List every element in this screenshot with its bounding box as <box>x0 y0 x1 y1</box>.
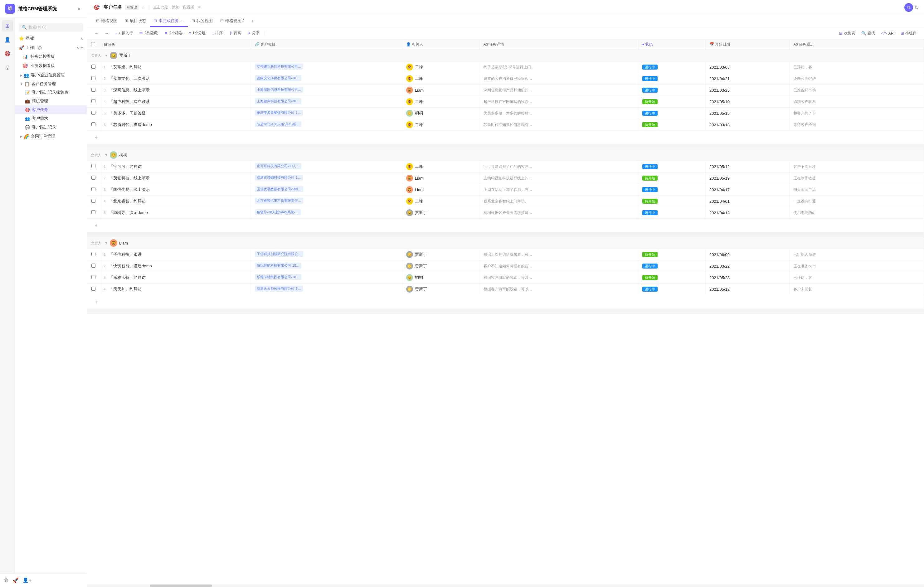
tab-incomplete-tasks[interactable]: ⊞ 未完成任务 … <box>150 16 188 27</box>
row-status-0-5[interactable]: 待开始 <box>638 119 705 131</box>
col-header-progress[interactable]: Aα 任务跟进 <box>790 39 924 50</box>
row-check-0-2[interactable] <box>91 87 96 92</box>
person-add-icon[interactable]: 👤+ <box>23 577 31 583</box>
tab-my-view[interactable]: ⊞ 我的视图 <box>188 16 216 27</box>
col-header-task[interactable]: ⊟ 任务 <box>100 39 251 50</box>
sidebar-mini-contacts[interactable]: 👤 <box>2 34 13 45</box>
add-row-2[interactable]: + <box>87 295 924 309</box>
forward-button[interactable]: → <box>102 30 111 37</box>
row-check-1-4[interactable] <box>91 210 96 214</box>
horizontal-scrollbar[interactable] <box>87 584 924 587</box>
row-check-1-1[interactable] <box>91 176 96 180</box>
col-header-date[interactable]: 📅 开始日期 <box>705 39 789 50</box>
col-header-assignee[interactable]: 👤 相关人 <box>402 39 480 50</box>
insert-row-button[interactable]: + + 插入行 <box>112 29 135 37</box>
select-all-checkbox[interactable] <box>91 42 95 46</box>
api-button[interactable]: </> API <box>879 30 897 37</box>
collect-button[interactable]: ⊟ 收集表 <box>837 29 858 37</box>
group-button[interactable]: ≡ 1个分组 <box>186 29 208 37</box>
row-status-1-2[interactable]: 进行中 <box>638 184 705 196</box>
nav-sub-customer-followup[interactable]: 💬 客户跟进记录 <box>15 123 87 132</box>
tab-project-status[interactable]: ⊞ 项目状态 <box>121 16 150 27</box>
sidebar-collapse-button[interactable]: ⇤ <box>78 6 82 12</box>
search-box[interactable]: 🔍 搜索(⌘ G) <box>19 23 83 32</box>
row-status-0-2[interactable]: 进行中 <box>638 84 705 96</box>
row-checkbox-0-3[interactable] <box>87 96 100 107</box>
row-status-2-2[interactable]: 待开始 <box>638 272 705 284</box>
row-status-1-1[interactable]: 待开始 <box>638 173 705 184</box>
row-check-2-0[interactable] <box>91 252 96 256</box>
row-check-2-3[interactable] <box>91 287 96 291</box>
sort-button[interactable]: ↕ 排序 <box>209 29 225 37</box>
nav-item-biz-dashboard[interactable]: 🎯 业务数据看板 <box>15 61 87 71</box>
add-row-btn-2[interactable]: + <box>91 297 920 307</box>
row-check-2-2[interactable] <box>91 275 96 279</box>
topbar-refresh-icon[interactable]: ↻ <box>914 4 919 11</box>
back-button[interactable]: ← <box>92 30 101 37</box>
row-check-1-3[interactable] <box>91 199 96 203</box>
sidebar-mini-home[interactable]: ⊞ <box>2 20 13 31</box>
row-check-1-0[interactable] <box>91 164 96 168</box>
col-header-detail[interactable]: Aα 任务详情 <box>480 39 638 50</box>
topbar-menu-icon[interactable]: ≡ <box>198 5 201 10</box>
add-row-btn-1[interactable]: + <box>91 221 920 230</box>
customer-info-header[interactable]: ▶ 👥 客户/企业信息管理 <box>15 71 87 79</box>
row-check-1-2[interactable] <box>91 187 96 191</box>
row-status-0-4[interactable]: 进行中 <box>638 107 705 119</box>
row-checkbox-1-1[interactable] <box>87 173 100 184</box>
col-header-project[interactable]: 🔗 客户项目 <box>251 39 403 50</box>
hidden-cols-button[interactable]: 👁 2列隐藏 <box>137 29 160 37</box>
row-checkbox-0-5[interactable] <box>87 119 100 131</box>
row-checkbox-1-4[interactable] <box>87 207 100 219</box>
row-check-0-5[interactable] <box>91 122 96 126</box>
row-status-1-4[interactable]: 进行中 <box>638 207 705 219</box>
sidebar-mini-target[interactable]: 🎯 <box>2 48 13 59</box>
row-status-2-3[interactable]: 进行中 <box>638 284 705 295</box>
row-checkbox-0-0[interactable] <box>87 61 100 73</box>
add-view-button[interactable]: + <box>248 16 256 26</box>
group-collapse-arrow-0[interactable]: ▼ <box>104 54 108 58</box>
starred-header[interactable]: ⭐ 星标 ∧ <box>15 34 87 43</box>
row-status-0-0[interactable]: 进行中 <box>638 61 705 73</box>
row-checkbox-1-0[interactable] <box>87 161 100 173</box>
row-check-0-1[interactable] <box>91 76 96 80</box>
workdir-header[interactable]: 🚀 工作目录 ∧ + <box>15 44 87 52</box>
tab-grid-view-2[interactable]: ⊞ 维格视图 2 <box>216 16 249 27</box>
row-checkbox-1-3[interactable] <box>87 196 100 207</box>
customer-task-header[interactable]: ▼ 📋 客户任务管理 <box>15 80 87 88</box>
row-checkbox-0-2[interactable] <box>87 84 100 96</box>
add-row-btn-0[interactable]: + <box>91 133 920 142</box>
group-collapse-arrow-1[interactable]: ▼ <box>104 153 108 157</box>
nav-sub-followup-form[interactable]: 📝 客户跟进记录收集表 <box>15 88 87 97</box>
trash-icon[interactable]: 🗑 <box>4 578 9 583</box>
nav-sub-opportunity[interactable]: 💼 商机管理 <box>15 97 87 106</box>
row-checkbox-2-2[interactable] <box>87 272 100 284</box>
nav-item-task-dashboard[interactable]: 📊 任务监控看板 <box>15 52 87 61</box>
find-button[interactable]: 🔍 查找 <box>859 29 878 37</box>
row-status-1-3[interactable]: 待开始 <box>638 196 705 207</box>
filter-button[interactable]: ▼ 2个筛选 <box>162 29 185 37</box>
row-checkbox-2-0[interactable] <box>87 249 100 261</box>
workdir-add[interactable]: + <box>81 45 83 51</box>
topbar-star-icon[interactable]: ☆ <box>141 5 145 10</box>
row-checkbox-2-1[interactable] <box>87 261 100 272</box>
contract-group-header[interactable]: ▶ 🌈 合同订单管理 <box>15 132 87 140</box>
nav-sub-customer-demand[interactable]: 👥 客户需求 <box>15 114 87 123</box>
nav-sub-customer-task[interactable]: 🎯 客户任务 <box>15 106 87 114</box>
tab-grid-view[interactable]: ⊞ 维格视图 <box>92 16 121 27</box>
scrollbar-thumb[interactable] <box>150 584 212 587</box>
row-check-2-1[interactable] <box>91 264 96 268</box>
row-status-1-0[interactable]: 进行中 <box>638 161 705 173</box>
row-status-0-3[interactable]: 待开始 <box>638 96 705 107</box>
row-status-2-0[interactable]: 待开始 <box>638 249 705 261</box>
rocket-bottom-icon[interactable]: 🚀 <box>13 577 19 583</box>
topbar-permission-badge[interactable]: 可管理 <box>125 5 139 10</box>
widget-button[interactable]: ⊞ 小组件 <box>898 29 919 37</box>
col-header-status[interactable]: ● 状态 <box>638 39 705 50</box>
row-checkbox-2-3[interactable] <box>87 284 100 295</box>
sidebar-mini-circle[interactable]: ◎ <box>2 61 13 73</box>
row-check-0-0[interactable] <box>91 64 96 69</box>
row-checkbox-0-4[interactable] <box>87 107 100 119</box>
share-button[interactable]: ✈ 分享 <box>245 29 262 37</box>
row-height-button[interactable]: ⇕ 行高 <box>226 29 244 37</box>
